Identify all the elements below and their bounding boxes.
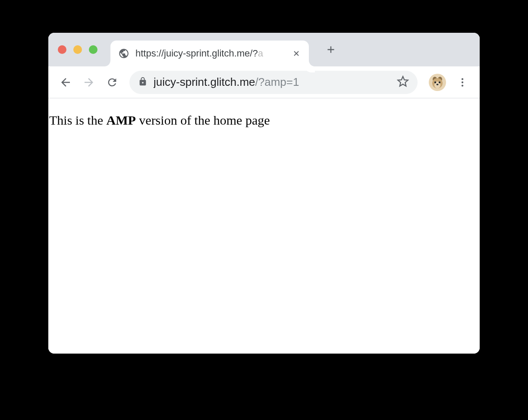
browser-tab[interactable]: https://juicy-sprint.glitch.me/?a (110, 41, 309, 66)
browser-window: https://juicy-sprint.glitch.me/?a (48, 33, 480, 354)
back-button[interactable] (56, 73, 75, 92)
toolbar: juicy-sprint.glitch.me/?amp=1 (48, 66, 480, 98)
minimize-window-button[interactable] (73, 45, 82, 54)
url-text: juicy-sprint.glitch.me/?amp=1 (154, 75, 391, 89)
new-tab-button[interactable] (322, 41, 340, 59)
svg-point-11 (437, 84, 439, 85)
tab-title: https://juicy-sprint.glitch.me/?a (135, 48, 286, 59)
address-bar[interactable]: juicy-sprint.glitch.me/?amp=1 (129, 71, 418, 94)
profile-avatar[interactable] (429, 74, 446, 91)
svg-point-12 (462, 78, 463, 80)
forward-button[interactable] (79, 73, 98, 92)
menu-button[interactable] (453, 73, 472, 92)
maximize-window-button[interactable] (89, 45, 97, 54)
page-text: This is the AMP version of the home page (48, 113, 480, 128)
page-content: This is the AMP version of the home page (48, 98, 480, 354)
svg-point-14 (462, 85, 463, 86)
close-window-button[interactable] (58, 45, 66, 54)
titlebar: https://juicy-sprint.glitch.me/?a (48, 33, 480, 66)
reload-button[interactable] (103, 73, 122, 92)
svg-point-10 (439, 81, 440, 83)
globe-icon (118, 48, 129, 59)
window-controls (58, 45, 97, 54)
svg-point-13 (462, 81, 463, 83)
svg-point-9 (434, 81, 436, 83)
lock-icon (138, 77, 148, 88)
close-tab-button[interactable] (292, 49, 301, 58)
bookmark-button[interactable] (397, 75, 409, 89)
